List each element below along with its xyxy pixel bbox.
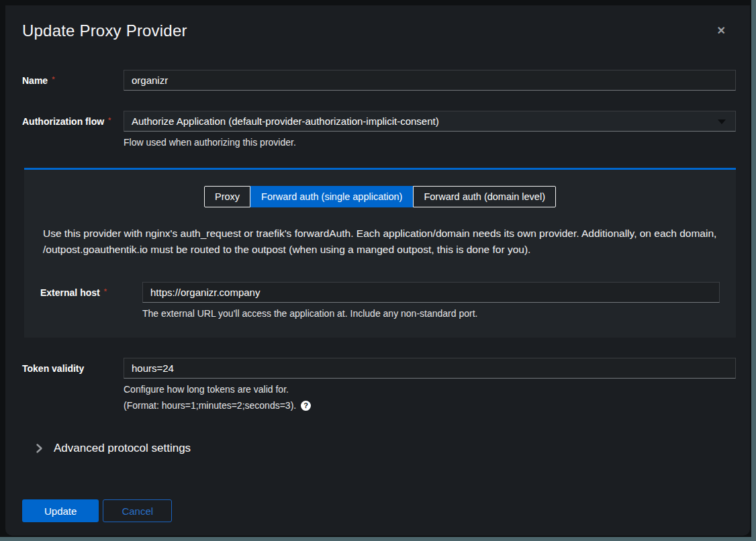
question-circle-icon[interactable]: ? [301, 401, 311, 411]
authorization-flow-helper: Flow used when authorizing this provider… [124, 137, 736, 148]
name-field-row: Name* [22, 70, 736, 91]
update-proxy-provider-modal: Update Proxy Provider ✕ Name* Authorizat… [5, 5, 750, 536]
authorization-flow-selected-value: Authorize Application (default-provider-… [132, 115, 439, 127]
required-marker: * [104, 287, 107, 295]
external-host-input[interactable] [142, 282, 720, 303]
required-marker: * [52, 75, 54, 83]
modal-title: Update Proxy Provider [22, 21, 736, 40]
tab-forward-auth-domain-level[interactable]: Forward auth (domain level) [413, 186, 556, 207]
token-validity-helper: Configure how long tokens are valid for. [124, 384, 736, 395]
advanced-protocol-settings-toggle[interactable]: Advanced protocol settings [22, 442, 736, 455]
required-marker: * [108, 116, 111, 124]
close-icon[interactable]: ✕ [717, 26, 726, 36]
external-host-label: External host* [40, 282, 142, 319]
authorization-flow-row: Authorization flow* Authorize Applicatio… [22, 111, 736, 148]
authorization-flow-label: Authorization flow* [22, 111, 124, 148]
chevron-down-icon [718, 119, 726, 124]
advanced-protocol-settings-label: Advanced protocol settings [54, 442, 191, 455]
cancel-button[interactable]: Cancel [103, 499, 172, 522]
update-button[interactable]: Update [22, 499, 99, 522]
tab-forward-auth-single-application[interactable]: Forward auth (single application) [250, 186, 413, 207]
name-label: Name* [22, 70, 124, 91]
page-background: Update Proxy Provider ✕ Name* Authorizat… [0, 0, 751, 537]
token-validity-input[interactable] [124, 358, 736, 379]
tab-proxy[interactable]: Proxy [204, 186, 250, 207]
chevron-right-icon [36, 443, 43, 454]
token-validity-row: Token validity Configure how long tokens… [22, 358, 736, 411]
external-host-row: External host* The external URL you'll a… [40, 282, 720, 319]
modal-footer: Update Cancel [22, 499, 736, 522]
mode-description: Use this provider with nginx's auth_requ… [43, 226, 720, 258]
proxy-mode-toggle-group: Proxy Forward auth (single application) … [40, 186, 720, 207]
token-validity-label: Token validity [22, 358, 124, 411]
proxy-mode-card: Proxy Forward auth (single application) … [24, 168, 736, 338]
authorization-flow-select[interactable]: Authorize Application (default-provider-… [124, 111, 736, 132]
external-host-helper: The external URL you'll access the appli… [142, 308, 720, 319]
name-input[interactable] [124, 70, 736, 91]
token-validity-format-helper: (Format: hours=1;minutes=2;seconds=3). ? [124, 400, 736, 411]
